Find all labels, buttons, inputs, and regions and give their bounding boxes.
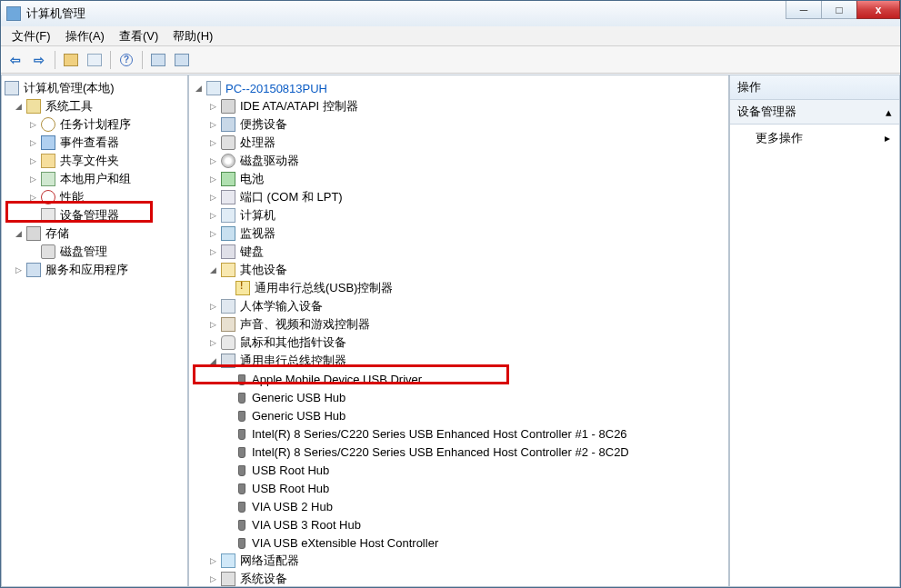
usb-intel-2[interactable]: Intel(R) 8 Series/C220 Series USB Enhanc… [191,443,726,461]
expand-icon[interactable]: ▷ [205,244,220,259]
tree-sharedfolders[interactable]: ▷共享文件夹 [4,152,185,170]
system-icon [221,572,235,586]
actions-context[interactable]: 设备管理器 ▴ [730,100,899,125]
tools-icon [26,99,41,114]
dev-other[interactable]: ◢其他设备 [191,261,726,279]
expand-icon[interactable]: ▷ [205,317,220,332]
dev-mouse[interactable]: ▷鼠标和其他指针设备 [191,334,726,352]
dev-sound[interactable]: ▷声音、视频和游戏控制器 [191,315,726,334]
expand-icon[interactable]: ▷ [205,335,220,350]
right-pane: 操作 设备管理器 ▴ 更多操作 ▸ [729,75,900,587]
computer-icon [5,81,19,95]
nav-back-button[interactable]: ⇦ [5,49,26,71]
maximize-button[interactable]: □ [821,1,857,19]
expand-icon[interactable]: ▷ [205,99,220,114]
content-area: 计算机管理(本地) ◢系统工具 ▷任务计划程序 ▷事件查看器 ▷共享文件夹 ▷本… [1,74,900,587]
tree-storage[interactable]: ◢存储 [4,224,185,243]
separator [142,51,143,69]
network-icon [221,553,235,568]
expand-icon[interactable]: ▷ [205,172,220,186]
expand-icon[interactable]: ▷ [25,172,40,186]
expand-icon[interactable]: ▷ [25,135,40,150]
usb-via-3[interactable]: VIA USB 3 Root Hub [191,515,726,533]
tree-scheduler[interactable]: ▷任务计划程序 [4,115,185,134]
titlebar[interactable]: 计算机管理 ─ □ x [1,1,900,26]
dev-battery[interactable]: ▷电池 [191,170,726,188]
collapse-icon[interactable]: ◢ [11,226,25,241]
dev-monitor[interactable]: ▷监视器 [191,224,726,243]
disk-icon [41,244,55,259]
usb-plug-icon [238,465,245,476]
menu-help[interactable]: 帮助(H) [165,26,220,46]
hid-icon [221,299,235,314]
properties-icon [87,54,102,66]
users-icon [41,172,55,186]
tree-services[interactable]: ▷服务和应用程序 [4,261,185,279]
app-icon [6,6,21,21]
dev-diskdrive[interactable]: ▷磁盘驱动器 [191,152,726,170]
dev-ide[interactable]: ▷IDE ATA/ATAPI 控制器 [191,97,726,115]
expand-icon[interactable]: ▷ [205,299,220,314]
usb-via-ext[interactable]: VIA USB eXtensible Host Controller [191,533,726,552]
minimize-button[interactable]: ─ [786,1,822,19]
tree-diskmgmt[interactable]: ▷磁盘管理 [4,243,185,261]
action-more[interactable]: 更多操作 ▸ [730,125,899,152]
expand-icon[interactable]: ▷ [25,154,40,168]
expand-icon[interactable]: ▷ [205,572,220,586]
separator [110,51,111,69]
expand-icon[interactable]: ▷ [11,263,25,277]
usb-plug-icon [238,502,245,513]
tree-localusers[interactable]: ▷本地用户和组 [4,170,185,188]
battery-icon [221,172,235,186]
tree-systools[interactable]: ◢系统工具 [4,97,185,115]
actions-header: 操作 [730,75,899,100]
expand-icon[interactable]: ▷ [205,154,220,168]
expand-icon[interactable]: ▷ [205,135,220,150]
usb-generic-hub-2[interactable]: Generic USB Hub [191,406,726,424]
arrow-right-icon: ⇨ [34,53,45,67]
action-more-label: 更多操作 [730,125,828,152]
view-button-1[interactable] [147,49,169,71]
menu-file[interactable]: 文件(F) [5,26,58,46]
submenu-arrow-icon: ▸ [885,132,890,145]
dev-cpu[interactable]: ▷处理器 [191,134,726,152]
dev-network[interactable]: ▷网络适配器 [191,552,726,570]
dev-system[interactable]: ▷系统设备 [191,570,726,587]
tree-eventviewer[interactable]: ▷事件查看器 [4,134,185,152]
nav-forward-button[interactable]: ⇨ [28,49,50,71]
dev-computer[interactable]: ▷计算机 [191,206,726,224]
keyboard-icon [221,244,235,259]
tree-root[interactable]: 计算机管理(本地) [4,79,185,97]
collapse-icon[interactable]: ◢ [11,99,25,114]
usb-root-hub-2[interactable]: USB Root Hub [191,479,726,497]
view-icon [151,54,165,66]
expand-icon[interactable]: ▷ [205,208,220,223]
menu-view[interactable]: 查看(V) [112,26,165,46]
expand-icon[interactable]: ▷ [205,226,220,241]
dev-root[interactable]: ◢PC--20150813PUH [191,79,726,97]
dev-hid[interactable]: ▷人体学输入设备 [191,297,726,315]
collapse-icon[interactable]: ◢ [205,263,220,277]
close-button[interactable]: x [856,1,900,19]
properties-button[interactable] [84,49,105,71]
view-button-2[interactable] [171,49,193,71]
expand-icon[interactable]: ▷ [205,553,220,568]
collapse-icon[interactable]: ◢ [191,81,205,95]
usb-plug-icon [238,538,245,549]
usb-generic-hub-1[interactable]: Generic USB Hub [191,388,726,406]
dev-other-usb[interactable]: 通用串行总线(USB)控制器 [191,279,726,297]
expand-icon[interactable]: ▷ [205,117,220,132]
usb-root-hub-1[interactable]: USB Root Hub [191,461,726,479]
menu-action[interactable]: 操作(A) [58,26,112,46]
expand-icon[interactable]: ▷ [205,190,220,204]
usb-via-2[interactable]: VIA USB 2 Hub [191,497,726,515]
shared-folder-icon [41,154,55,168]
help-button[interactable]: ? [115,49,137,71]
usb-plug-icon [238,447,245,458]
dev-keyboard[interactable]: ▷键盘 [191,243,726,261]
dev-portable[interactable]: ▷便携设备 [191,115,726,134]
expand-icon[interactable]: ▷ [25,117,40,132]
up-folder-button[interactable] [60,49,82,71]
dev-ports[interactable]: ▷端口 (COM 和 LPT) [191,188,726,206]
usb-intel-1[interactable]: Intel(R) 8 Series/C220 Series USB Enhanc… [191,424,726,443]
